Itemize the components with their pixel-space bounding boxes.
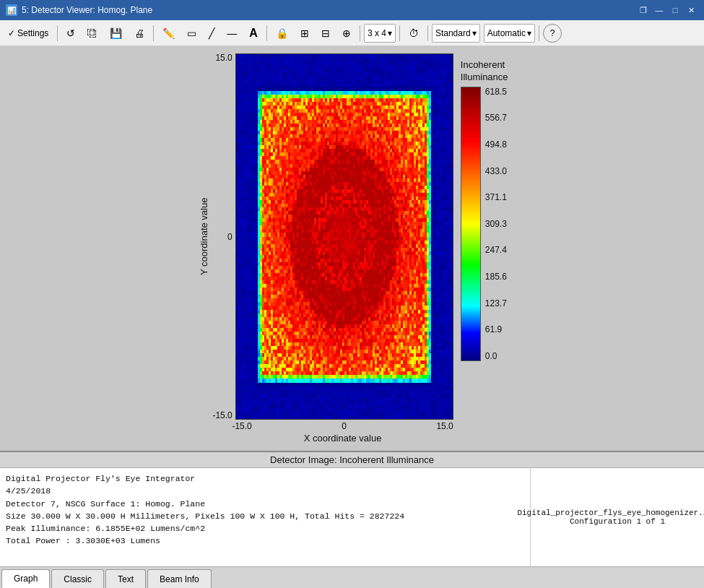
toolbar-separator-6 bbox=[427, 25, 428, 41]
title-bar: 📊 5: Detector Viewer: Homog. Plane ❐ — □… bbox=[0, 0, 704, 20]
info-line-1: Digital Projector Fly's Eye Integrator bbox=[6, 472, 524, 485]
info-line-5: Peak Illuminance: 6.1855E+02 Lumens/cm^2 bbox=[6, 522, 524, 535]
colorbar-labels: 618.5 556.7 494.8 433.0 371.1 309.3 247.… bbox=[485, 87, 507, 361]
colorbar bbox=[461, 87, 481, 361]
refresh-button[interactable]: ↺ bbox=[61, 23, 80, 43]
cb-label-8: 123.7 bbox=[485, 298, 507, 308]
x-tick-mid: 0 bbox=[342, 421, 347, 431]
graph-area: Y coordinate value 15.0 0 -15.0 bbox=[0, 46, 704, 451]
automatic-arrow: ▾ bbox=[527, 28, 531, 38]
info-file: Digital_projector_flys_eye_homogenizer.z… bbox=[531, 468, 704, 566]
standard-arrow: ▾ bbox=[472, 28, 477, 38]
x-axis-label: X coordinate value bbox=[304, 433, 382, 444]
save-icon: 💾 bbox=[110, 28, 122, 38]
standard-label: Standard bbox=[435, 28, 471, 38]
info-text: Digital Projector Fly's Eye Integrator 4… bbox=[0, 468, 531, 566]
tab-classic-label: Classic bbox=[64, 574, 92, 584]
layout-button[interactable]: ⊟ bbox=[316, 23, 335, 43]
print-button[interactable]: 🖨 bbox=[129, 23, 149, 43]
grid-icon: ⊞ bbox=[300, 28, 309, 38]
automatic-label: Automatic bbox=[487, 28, 526, 38]
close-button[interactable]: ✕ bbox=[684, 3, 698, 17]
info-line-2: 4/25/2018 bbox=[6, 485, 524, 497]
rect-button[interactable]: ▭ bbox=[182, 23, 201, 43]
save-button[interactable]: 💾 bbox=[105, 23, 127, 43]
main-content: Y coordinate value 15.0 0 -15.0 bbox=[0, 46, 704, 588]
tab-graph[interactable]: Graph bbox=[1, 569, 50, 588]
rect-icon: ▭ bbox=[187, 28, 196, 38]
checkmark-icon: ✓ bbox=[8, 28, 15, 38]
tab-beam-info[interactable]: Beam Info bbox=[147, 569, 212, 588]
plot-and-yticks: 15.0 0 -15.0 bbox=[212, 53, 453, 420]
x-tick-left: -15.0 bbox=[232, 421, 251, 431]
y-axis-label: Y coordinate value bbox=[196, 53, 212, 420]
line-button[interactable]: ╱ bbox=[204, 23, 220, 43]
help-button[interactable]: ? bbox=[543, 24, 562, 43]
cb-label-4: 371.1 bbox=[485, 192, 507, 202]
cb-label-9: 61.9 bbox=[485, 324, 507, 334]
toolbar-separator-4 bbox=[360, 25, 360, 41]
context-menu-button[interactable]: ❐ bbox=[636, 3, 651, 17]
line-icon: ╱ bbox=[209, 28, 214, 38]
maximize-button[interactable]: □ bbox=[668, 3, 682, 17]
y-tick-top: 15.0 bbox=[215, 53, 232, 62]
help-icon: ? bbox=[550, 28, 555, 38]
automatic-dropdown[interactable]: Automatic ▾ bbox=[484, 24, 535, 43]
info-panel: Detector Image: Incoherent Illuminance D… bbox=[0, 451, 704, 566]
refresh-icon: ↺ bbox=[66, 28, 75, 38]
colorbar-title: IncoherentIlluminance bbox=[461, 59, 508, 84]
copy-button[interactable]: ⿻ bbox=[82, 23, 103, 43]
cb-label-6: 247.4 bbox=[485, 245, 507, 255]
lock-button[interactable]: 🔒 bbox=[271, 23, 293, 43]
settings-button[interactable]: ✓ Settings bbox=[3, 23, 53, 43]
info-line-6: Total Power : 3.3030E+03 Lumens bbox=[6, 535, 524, 547]
title-bar-controls: ❐ — □ ✕ bbox=[636, 3, 698, 17]
cb-label-0: 618.5 bbox=[485, 87, 507, 97]
text-button[interactable]: A bbox=[244, 23, 263, 43]
title-bar-left: 📊 5: Detector Viewer: Homog. Plane bbox=[6, 4, 152, 16]
toolbar-separator-3 bbox=[266, 25, 267, 41]
text-icon: A bbox=[249, 27, 258, 39]
dash-button[interactable]: — bbox=[222, 23, 242, 43]
window-title: 5: Detector Viewer: Homog. Plane bbox=[22, 5, 152, 15]
tab-bar: Graph Classic Text Beam Info bbox=[0, 566, 704, 588]
cb-label-7: 185.6 bbox=[485, 272, 507, 282]
layers-icon: ⊕ bbox=[342, 28, 351, 38]
standard-dropdown[interactable]: Standard ▾ bbox=[432, 24, 480, 43]
x-tick-right: 15.0 bbox=[436, 421, 453, 431]
tab-graph-label: Graph bbox=[14, 574, 38, 584]
pencil-button[interactable]: ✏️ bbox=[157, 23, 180, 43]
toolbar-separator-7 bbox=[539, 25, 539, 41]
colorbar-container: IncoherentIlluminance 618.5 556.7 494.8 … bbox=[461, 53, 508, 361]
tab-beam-info-label: Beam Info bbox=[160, 574, 199, 584]
toolbar: ✓ Settings ↺ ⿻ 💾 🖨 ✏️ ▭ ╱ — A 🔒 ⊞ ⊟ ⊕ 3 … bbox=[0, 20, 704, 46]
plot-box bbox=[235, 53, 453, 420]
lock-icon: 🔒 bbox=[276, 28, 288, 38]
x-axis-area: -15.0 0 15.0 X coordinate value bbox=[196, 420, 453, 444]
copy-icon: ⿻ bbox=[87, 28, 97, 38]
grid-size-dropdown[interactable]: 3 x 4 ▾ bbox=[364, 24, 396, 43]
file-info-text: Digital_projector_flys_eye_homogenizer.z… bbox=[517, 509, 704, 526]
clock-icon: ⏱ bbox=[409, 28, 419, 38]
cb-label-10: 0.0 bbox=[485, 351, 507, 361]
info-title: Detector Image: Incoherent Illuminance bbox=[0, 452, 704, 468]
plot-with-labels: Y coordinate value 15.0 0 -15.0 bbox=[196, 53, 453, 444]
y-tick-bot: -15.0 bbox=[212, 411, 232, 420]
cb-label-2: 494.8 bbox=[485, 139, 507, 150]
grid-size-arrow: ▾ bbox=[388, 28, 392, 38]
minimize-button[interactable]: — bbox=[652, 3, 666, 17]
layout-icon: ⊟ bbox=[321, 28, 330, 38]
layers-button[interactable]: ⊕ bbox=[337, 23, 356, 43]
grid-view-button[interactable]: ⊞ bbox=[295, 23, 314, 43]
clock-button[interactable]: ⏱ bbox=[404, 23, 424, 43]
toolbar-separator-1 bbox=[57, 25, 58, 41]
tab-text[interactable]: Text bbox=[105, 569, 146, 588]
heatmap-canvas bbox=[236, 54, 453, 419]
y-tick-mid: 0 bbox=[227, 233, 233, 241]
tab-classic[interactable]: Classic bbox=[51, 569, 104, 588]
cb-label-5: 309.3 bbox=[485, 219, 507, 229]
x-ticks: -15.0 0 15.0 bbox=[232, 420, 453, 431]
tab-text-label: Text bbox=[118, 574, 134, 584]
print-icon: 🖨 bbox=[134, 28, 144, 38]
settings-label: Settings bbox=[17, 28, 48, 38]
